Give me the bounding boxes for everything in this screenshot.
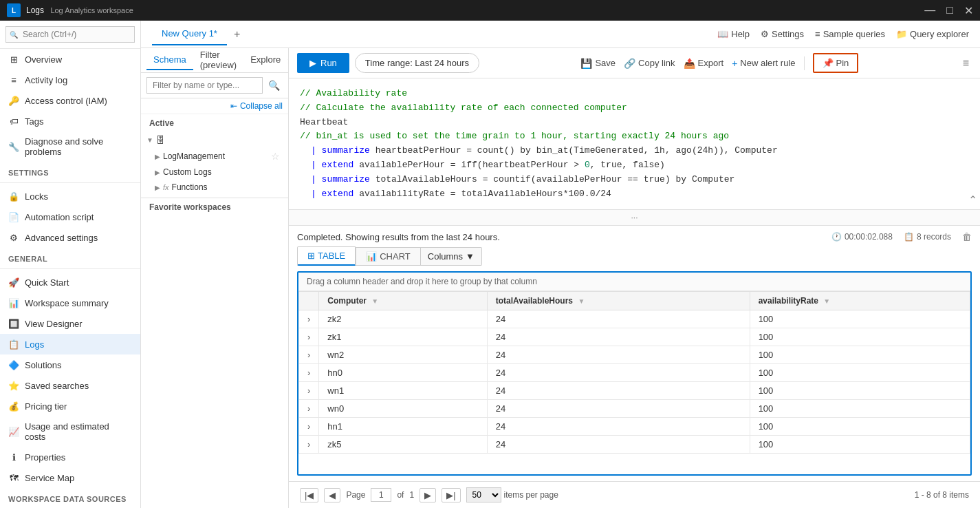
code-editor[interactable]: // Availability rate // Calculate the av… <box>289 78 980 210</box>
col-total-available-hours[interactable]: totalAvailableHours ▼ <box>487 292 750 310</box>
editor-settings-button[interactable]: ≡ <box>960 54 972 72</box>
schema-collapse-bar: ⇤ Collapse all <box>141 98 288 114</box>
page-number[interactable]: 1 <box>371 488 391 502</box>
table-cell: hn1 <box>319 418 487 436</box>
tab-table[interactable]: ⊞ TABLE <box>297 246 356 266</box>
query-explorer-button[interactable]: 📁 Query explorer <box>896 29 969 39</box>
items-per-page-select[interactable]: 50 100 200 <box>466 487 501 502</box>
run-button[interactable]: ▶ Run <box>297 53 349 73</box>
col-computer[interactable]: Computer ▼ <box>319 292 487 310</box>
page-next-button[interactable]: ▶ <box>420 488 436 502</box>
sidebar-item-solutions[interactable]: 🔷 Solutions <box>0 354 140 375</box>
sidebar: ⊞ Overview ≡ Activity log 🔑 Access contr… <box>0 21 141 508</box>
schema-item-functions[interactable]: ▶ fx Functions <box>141 180 288 195</box>
schema-filter-input[interactable] <box>146 77 263 94</box>
toolbar-divider <box>804 56 805 70</box>
columns-dropdown[interactable]: Columns ▼ <box>421 247 482 266</box>
sidebar-item-activity-log[interactable]: ≡ Activity log <box>0 70 140 90</box>
sidebar-item-tags[interactable]: 🏷 Tags <box>0 111 140 131</box>
settings-button[interactable]: ⚙ Settings <box>761 29 804 39</box>
pagination-total: 1 - 8 of 8 items <box>915 490 969 500</box>
total-pages: 1 <box>409 490 414 500</box>
row-expand[interactable]: › <box>299 418 319 436</box>
search-input[interactable] <box>6 26 135 43</box>
sample-queries-button[interactable]: ≡ Sample queries <box>815 29 885 39</box>
database-icon: 🗄 <box>156 135 165 145</box>
logmanagement-chevron: ▶ <box>155 153 160 160</box>
sidebar-item-automation[interactable]: 📄 Automation script <box>0 207 140 227</box>
tab-schema[interactable]: Schema <box>146 50 193 70</box>
toolbar-right-actions: 💾 Save 🔗 Copy link 📤 Export + <box>580 53 858 73</box>
sidebar-item-diagnose[interactable]: 🔧 Diagnose and solve problems <box>0 131 140 162</box>
sidebar-item-pricing-tier[interactable]: 💰 Pricing tier <box>0 396 140 416</box>
table-row: ›zk524100 <box>299 436 970 454</box>
page-prev-button[interactable]: ◀ <box>324 488 340 502</box>
row-expand[interactable]: › <box>299 364 319 382</box>
row-expand[interactable]: › <box>299 400 319 418</box>
expand-col-header <box>299 292 319 310</box>
sidebar-item-quick-start[interactable]: 🚀 Quick Start <box>0 272 140 293</box>
code-line-3: Heartbeat <box>300 116 969 130</box>
close-button[interactable]: ✕ <box>964 4 973 17</box>
tab-add-button[interactable]: + <box>230 24 244 45</box>
sidebar-item-service-map[interactable]: 🗺 Service Map <box>0 467 140 488</box>
logmanagement-favorite-icon[interactable]: ☆ <box>271 151 280 162</box>
records-icon: 📋 <box>904 232 914 242</box>
page-last-button[interactable]: ▶| <box>442 488 460 502</box>
sidebar-item-workspace-summary[interactable]: 📊 Workspace summary <box>0 293 140 313</box>
copy-link-button[interactable]: 🔗 Copy link <box>624 58 675 69</box>
page-first-button[interactable]: |◀ <box>300 488 318 502</box>
pin-button[interactable]: 📌 Pin <box>813 53 859 73</box>
col-availability-rate[interactable]: availabilityRate ▼ <box>750 292 970 310</box>
sidebar-item-locks[interactable]: 🔒 Locks <box>0 186 140 207</box>
sidebar-item-usage-costs[interactable]: 📈 Usage and estimated costs <box>0 416 140 447</box>
row-expand[interactable]: › <box>299 310 319 328</box>
export-button[interactable]: 📤 Export <box>684 58 724 69</box>
tags-icon: 🏷 <box>8 116 19 127</box>
table-cell: hn0 <box>319 364 487 382</box>
editor-collapse-button[interactable]: ⌃ <box>968 193 977 207</box>
maximize-button[interactable]: □ <box>946 4 953 17</box>
sidebar-item-saved-searches[interactable]: ⭐ Saved searches <box>0 375 140 396</box>
active-collapse-icon: ▼ <box>146 136 153 144</box>
general-section-header: General <box>0 248 140 266</box>
help-button[interactable]: 📖 Help <box>717 29 750 39</box>
table-cell: 100 <box>750 364 970 382</box>
query-tabs: New Query 1* + <box>152 23 244 45</box>
table-row: ›wn124100 <box>299 382 970 400</box>
schema-item-logmanagement[interactable]: ▶ LogManagement ☆ <box>141 148 288 165</box>
custom-logs-chevron: ▶ <box>155 169 160 176</box>
collapse-all-icon: ⇤ <box>230 101 237 111</box>
sidebar-item-access-control[interactable]: 🔑 Access control (IAM) <box>0 90 140 111</box>
row-expand[interactable]: › <box>299 346 319 364</box>
schema-active-group: ▼ 🗄 <box>141 132 288 148</box>
sidebar-item-view-designer[interactable]: 🔲 View Designer <box>0 313 140 334</box>
clock-icon: 🕐 <box>831 232 842 242</box>
usage-costs-icon: 📈 <box>8 426 19 437</box>
advanced-settings-icon: ⚙ <box>8 232 19 243</box>
save-button[interactable]: 💾 Save <box>580 58 616 69</box>
row-expand[interactable]: › <box>299 436 319 454</box>
schema-item-custom-logs[interactable]: ▶ Custom Logs <box>141 165 288 180</box>
row-expand[interactable]: › <box>299 328 319 346</box>
collapse-all-button[interactable]: ⇤ Collapse all <box>230 101 283 111</box>
sidebar-item-properties[interactable]: ℹ Properties <box>0 447 140 467</box>
tab-new-query-1[interactable]: New Query 1* <box>152 23 227 45</box>
tab-explore[interactable]: Explore <box>243 50 287 70</box>
new-alert-rule-button[interactable]: + New alert rule <box>732 58 795 69</box>
delete-results-button[interactable]: 🗑 <box>962 231 972 242</box>
active-section-label: Active <box>141 114 288 132</box>
tab-filter-preview[interactable]: Filter (preview) <box>193 48 243 76</box>
export-icon: 📤 <box>684 58 695 69</box>
sidebar-item-advanced-settings[interactable]: ⚙ Advanced settings <box>0 227 140 248</box>
query-toolbar: ▶ Run Time range: Last 24 hours 💾 Save 🔗 <box>289 48 980 78</box>
table-cell: zk1 <box>319 328 487 346</box>
sidebar-item-overview[interactable]: ⊞ Overview <box>0 49 140 70</box>
time-range-button[interactable]: Time range: Last 24 hours <box>355 53 479 73</box>
schema-filter-button[interactable]: 🔍 <box>265 78 283 92</box>
minimize-button[interactable]: — <box>924 4 935 17</box>
columns-chevron-icon: ▼ <box>466 251 475 262</box>
sidebar-item-logs[interactable]: 📋 Logs <box>0 334 140 354</box>
tab-chart[interactable]: 📊 CHART <box>356 247 421 266</box>
row-expand[interactable]: › <box>299 382 319 400</box>
